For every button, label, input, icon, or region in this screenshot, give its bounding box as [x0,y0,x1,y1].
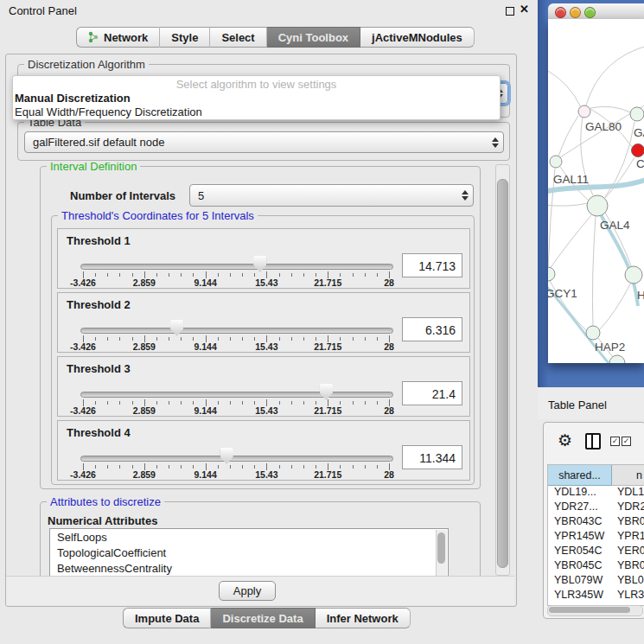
edge[interactable] [599,283,631,330]
GAL80-node[interactable] [578,105,590,118]
scrollbar-thumb[interactable] [437,532,445,564]
cell-shared-name[interactable]: YPR145W [548,530,611,545]
slider-track[interactable] [80,328,393,334]
tick-label: 15.43 [255,469,277,480]
cell-shared-name[interactable]: YLR345W [548,589,611,603]
zoom-traffic-light-icon[interactable] [584,7,596,18]
attribute-item[interactable]: TopologicalCoefficient [50,545,448,560]
slider-thumb[interactable] [220,448,233,464]
dropdown-option[interactable]: Manual Discretization [13,92,500,105]
GAL4-node[interactable] [587,195,608,216]
tab-jactivemnodules[interactable]: jActiveMNodules [360,27,475,48]
threshold-label: Threshold 2 [67,298,131,311]
edge[interactable] [548,71,581,107]
slider-track[interactable] [80,264,393,270]
number-of-intervals-combo[interactable]: 5 [189,184,474,207]
threshold-value-field[interactable]: 21.4 [402,381,462,405]
table-row[interactable]: YBR043CYBR0 [548,515,644,530]
tab-cyni-toolbox[interactable]: Cyni Toolbox [267,27,360,48]
tick-mark [254,337,255,341]
table-row[interactable]: YBR045CYBR0 [548,559,644,574]
attribute-item[interactable]: SelfLoops [50,529,448,545]
control-panel: Control Panel ✕ NetworkStyleSelectCyni T… [0,0,536,644]
checkbox-icon[interactable]: ✓ [610,437,620,446]
split-columns-icon[interactable] [585,433,601,450]
cell-shared-name[interactable]: YBR045C [548,559,611,574]
table-row[interactable]: YDL19...YDL1 [548,486,644,501]
cell-name[interactable]: YER0 [611,545,644,559]
edge[interactable] [590,106,630,112]
slider-track[interactable] [80,456,393,462]
edge[interactable] [592,216,596,326]
vertical-scrollbar[interactable] [495,164,510,576]
table-row[interactable]: YER054CYER0 [548,545,644,559]
float-window-icon[interactable] [506,7,514,16]
red-node[interactable] [632,144,644,157]
cell-shared-name[interactable]: YBR043C [548,515,611,530]
threshold-value-field[interactable]: 14.713 [402,253,462,277]
node[interactable] [625,266,642,284]
cell-name[interactable]: YLR3 [611,589,644,603]
GCY1-node[interactable] [548,267,555,281]
cell-name[interactable]: YBL0 [611,574,644,589]
HAP2-node[interactable] [586,326,600,340]
table-row[interactable]: YBL079WYBL0 [548,574,644,589]
tab-style[interactable]: Style [160,27,210,48]
scrollbar-thumb[interactable] [497,179,508,568]
tab-network[interactable]: Network [76,27,160,48]
cell-name[interactable]: YBR0 [611,559,644,574]
edge[interactable] [558,116,578,156]
checkbox-icon[interactable]: ✓ [622,437,631,446]
table-row[interactable]: YDR27...YDR2 [548,501,644,515]
tick-mark [279,337,280,341]
network-window-titlebar[interactable] [548,3,644,20]
horizontal-scrollbar[interactable] [547,605,643,616]
tab-infer-network[interactable]: Infer Network [316,608,411,628]
close-icon[interactable]: ✕ [520,3,529,16]
close-traffic-light-icon[interactable] [555,7,566,18]
minimize-traffic-light-icon[interactable] [570,7,581,18]
cell-name[interactable]: YPR1 [611,530,644,545]
slider-track[interactable] [80,392,393,398]
attributes-list[interactable]: SelfLoopsTopologicalCoefficientBetweenne… [49,528,449,576]
tick-label: -3.426 [70,405,96,416]
tick-label: 15.43 [255,277,277,288]
table-row[interactable]: YPR145WYPR1 [548,530,644,545]
attributes-scrollbar[interactable] [436,530,447,576]
node[interactable] [630,107,644,121]
column-header-name[interactable]: n [612,465,644,486]
edge[interactable] [605,157,634,198]
slider-thumb[interactable] [320,384,333,400]
cell-shared-name[interactable]: YER054C [548,545,611,559]
network-canvas[interactable]: GAL80GACGAL11GAL4GCY1HHAP2 [548,19,644,363]
scrollbar-thumb[interactable] [549,607,630,613]
tab-select[interactable]: Select [210,27,266,48]
column-header-shared-name[interactable]: shared... [548,465,612,486]
cell-shared-name[interactable]: YDR27... [548,501,611,515]
node[interactable] [609,355,625,363]
apply-button[interactable]: Apply [219,581,276,601]
tick-mark [365,337,366,341]
tab-impute-data[interactable]: Impute Data [123,608,211,628]
edge[interactable] [548,203,588,206]
edge[interactable] [550,215,591,269]
node[interactable] [550,156,562,168]
edge[interactable] [586,45,644,105]
dropdown-option[interactable]: Equal Width/Frequency Discretization [13,105,500,119]
cell-shared-name[interactable]: YDL19... [548,486,611,501]
cell-name[interactable]: YDR2 [611,501,644,515]
tab-discretize-data[interactable]: Discretize Data [211,608,315,628]
table-data-combo[interactable]: galFiltered.sif default node [24,131,504,153]
threshold-value-field[interactable]: 11.344 [402,445,462,469]
combo-stepper-icon [457,190,473,201]
cell-shared-name[interactable]: YBL079W [548,574,611,589]
cell-name[interactable]: YBR0 [611,515,644,530]
tick-label: -3.426 [70,469,96,480]
slider-thumb[interactable] [253,256,266,272]
threshold-value-field[interactable]: 6.316 [402,317,462,341]
attribute-item[interactable]: BetweennessCentrality [50,560,448,576]
gear-icon[interactable]: ⚙ [558,430,572,450]
table-row[interactable]: YLR345WYLR3 [548,589,644,603]
cell-name[interactable]: YDL1 [611,486,644,501]
slider-thumb[interactable] [170,320,183,336]
